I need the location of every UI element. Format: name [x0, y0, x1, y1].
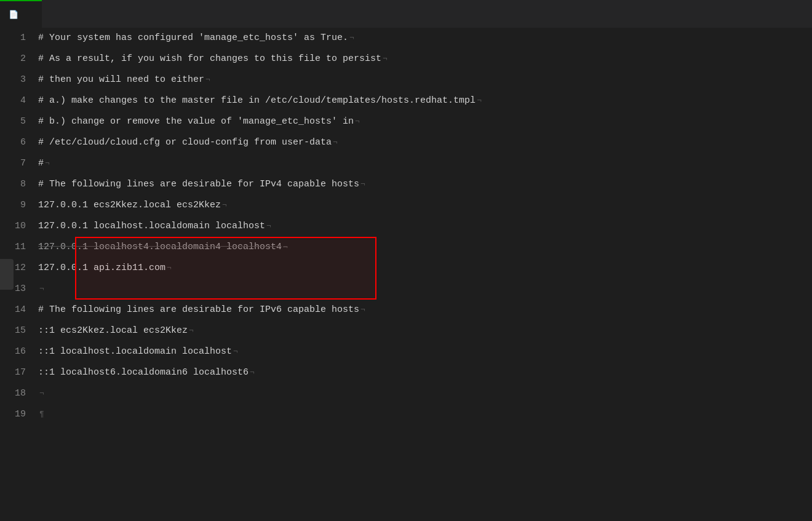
code-line-4: # a.) make changes to the master file in… [38, 90, 812, 111]
pilcrow-19: ¶ [39, 404, 44, 425]
tab-close-button[interactable] [28, 14, 33, 16]
pilcrow-5: ¬ [355, 111, 360, 132]
pilcrow-12: ¬ [167, 258, 172, 279]
code-line-17: ::1 localhost6.localdomain6 localhost6 ¬ [38, 362, 812, 383]
line-text-16: ::1 localhost.localdomain localhost [38, 341, 232, 362]
pilcrow-17: ¬ [250, 362, 255, 383]
line-number-18: 18 [11, 383, 26, 404]
line-number-7: 7 [11, 153, 26, 174]
line-text-1: # Your system has configured 'manage_etc… [38, 28, 348, 49]
line-number-16: 16 [11, 341, 26, 362]
pilcrow-9: ¬ [222, 195, 227, 216]
line-text-2: # As a result, if you wish for changes t… [38, 49, 381, 70]
line-text-11: 127.0.0.1 localhost4.localdomain4 localh… [38, 237, 282, 258]
line-number-6: 6 [11, 132, 26, 153]
pilcrow-14: ¬ [360, 300, 365, 320]
pilcrow-4: ¬ [477, 90, 482, 111]
pilcrow-1: ¬ [349, 28, 354, 49]
code-line-7: # ¬ [38, 153, 812, 174]
pilcrow-8: ¬ [360, 174, 365, 195]
code-line-9: 127.0.0.1 ecs2Kkez.local ecs2Kkez ¬ [38, 195, 812, 216]
line-text-5: # b.) change or remove the value of 'man… [38, 111, 354, 132]
line-text-17: ::1 localhost6.localdomain6 localhost6 [38, 362, 249, 383]
line-text-7: # [38, 153, 44, 174]
tab-hosts[interactable]: 📄 [0, 0, 42, 28]
code-line-10: 127.0.0.1 localhost.localdomain localhos… [38, 216, 812, 237]
code-line-19: ¶ [38, 404, 812, 425]
line-number-3: 3 [11, 70, 26, 90]
code-editor[interactable]: # Your system has configured 'manage_etc… [32, 28, 812, 521]
line-text-15: ::1 ecs2Kkez.local ecs2Kkez [38, 320, 188, 341]
line-number-1: 1 [11, 28, 26, 49]
pilcrow-18: ¬ [39, 383, 44, 404]
pilcrow-11: ¬ [283, 237, 288, 258]
line-number-19: 19 [11, 404, 26, 425]
code-line-8: # The following lines are desirable for … [38, 174, 812, 195]
code-line-11: 127.0.0.1 localhost4.localdomain4 localh… [38, 237, 812, 258]
code-line-13: ¬ [38, 279, 812, 300]
code-line-1: # Your system has configured 'manage_etc… [38, 28, 812, 49]
line-text-6: # /etc/cloud/cloud.cfg or cloud-config f… [38, 132, 332, 153]
code-line-15: ::1 ecs2Kkez.local ecs2Kkez ¬ [38, 320, 812, 341]
tab-file-icon: 📄 [9, 10, 18, 20]
editor-area: 12345678910111213141516171819 # Your sys… [0, 28, 812, 521]
line-text-14: # The following lines are desirable for … [38, 300, 359, 320]
code-line-14: # The following lines are desirable for … [38, 300, 812, 320]
side-panel-arrow[interactable] [0, 259, 14, 290]
tab-bar: 📄 [0, 0, 812, 28]
pilcrow-7: ¬ [45, 153, 50, 174]
line-number-2: 2 [11, 49, 26, 70]
code-line-5: # b.) change or remove the value of 'man… [38, 111, 812, 132]
line-number-17: 17 [11, 362, 26, 383]
pilcrow-16: ¬ [233, 341, 238, 362]
line-number-8: 8 [11, 174, 26, 195]
pilcrow-10: ¬ [266, 216, 271, 237]
code-line-2: # As a result, if you wish for changes t… [38, 49, 812, 70]
line-number-11: 11 [11, 237, 26, 258]
pilcrow-15: ¬ [189, 320, 194, 341]
pilcrow-2: ¬ [383, 49, 388, 70]
line-number-9: 9 [11, 195, 26, 216]
code-line-12: 127.0.0.1 api.zib11.com ¬ [38, 258, 812, 279]
line-number-14: 14 [11, 300, 26, 320]
line-number-5: 5 [11, 111, 26, 132]
pilcrow-3: ¬ [205, 70, 210, 90]
line-text-12: 127.0.0.1 api.zib11.com [38, 258, 165, 279]
code-line-3: # then you will need to either ¬ [38, 70, 812, 90]
line-number-15: 15 [11, 320, 26, 341]
code-line-6: # /etc/cloud/cloud.cfg or cloud-config f… [38, 132, 812, 153]
pilcrow-13: ¬ [39, 279, 44, 300]
code-line-18: ¬ [38, 383, 812, 404]
line-text-4: # a.) make changes to the master file in… [38, 90, 476, 111]
line-text-10: 127.0.0.1 localhost.localdomain localhos… [38, 216, 265, 237]
line-number-4: 4 [11, 90, 26, 111]
code-line-16: ::1 localhost.localdomain localhost ¬ [38, 341, 812, 362]
pilcrow-6: ¬ [333, 132, 338, 153]
line-text-9: 127.0.0.1 ecs2Kkez.local ecs2Kkez [38, 195, 221, 216]
line-number-10: 10 [11, 216, 26, 237]
line-text-8: # The following lines are desirable for … [38, 174, 359, 195]
line-text-3: # then you will need to either [38, 70, 204, 90]
